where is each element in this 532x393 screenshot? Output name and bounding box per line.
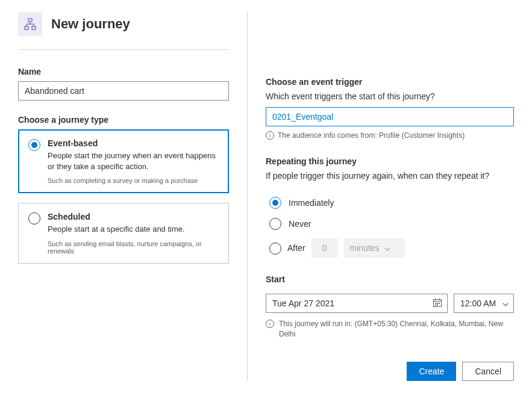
audience-info-text: The audience info comes from: Profile (C… [278,131,465,140]
option-title: Scheduled [48,212,219,221]
option-event-based[interactable]: Event-based People start the journey whe… [18,129,229,193]
event-trigger-question: Which event triggers the start of this j… [266,91,514,101]
after-number-input[interactable] [311,238,338,258]
radio-label: Immediately [289,198,334,208]
name-input[interactable] [18,81,229,101]
info-icon: i [266,320,274,328]
info-icon: i [266,131,274,140]
option-desc: People start the journey when an event h… [48,150,219,172]
option-scheduled[interactable]: Scheduled People start at a specific dat… [18,203,229,263]
radio-label: Never [289,219,311,229]
name-label: Name [18,67,229,76]
option-desc: People start at a specific date and time… [48,224,219,235]
option-hint: Such as sending email blasts, nurture ca… [48,240,219,255]
chevron-down-icon [502,299,509,308]
calendar-icon [433,298,442,309]
date-value: Tue Apr 27 2021 [272,299,433,308]
time-value: 12:00 AM [460,299,502,308]
radio-after-control[interactable] [269,243,281,255]
event-trigger-input[interactable] [266,107,514,126]
event-trigger-label: Choose an event trigger [266,77,514,87]
unit-label: minutes [350,243,380,253]
panel-divider [247,12,248,381]
svg-rect-14 [435,305,436,306]
svg-rect-15 [437,305,438,306]
radio-never-control[interactable] [269,218,281,230]
repeating-label: Repeating this journey [266,156,514,166]
radio-after[interactable]: After minutes [269,238,514,258]
radio-immediately-control[interactable] [269,197,281,209]
start-time-input[interactable]: 12:00 AM [454,294,514,313]
svg-rect-13 [439,303,440,304]
page-title: New journey [51,16,130,32]
start-date-input[interactable]: Tue Apr 27 2021 [266,294,448,313]
after-unit-select[interactable]: minutes [344,238,405,258]
radio-label: After [287,243,305,253]
option-hint: Such as completing a survey or making a … [48,177,219,184]
journey-icon [18,12,42,36]
option-title: Event-based [48,138,219,148]
header: New journey [18,12,229,36]
radio-scheduled[interactable] [28,212,40,224]
svg-rect-12 [437,303,438,304]
radio-never[interactable]: Never [269,217,514,230]
svg-rect-0 [28,19,32,22]
radio-immediately[interactable]: Immediately [269,196,514,209]
journey-type-label: Choose a journey type [18,115,229,125]
repeating-question: If people trigger this journey again, wh… [266,171,514,181]
cancel-button[interactable]: Cancel [462,362,514,381]
divider [18,49,229,50]
radio-event-based[interactable] [28,139,40,151]
start-label: Start [266,274,514,284]
svg-rect-11 [435,303,436,304]
svg-rect-1 [25,26,28,29]
create-button[interactable]: Create [407,362,456,381]
svg-rect-2 [32,26,36,29]
timezone-text: This journey will run in: (GMT+05:30) Ch… [279,319,514,339]
chevron-down-icon [384,243,390,253]
